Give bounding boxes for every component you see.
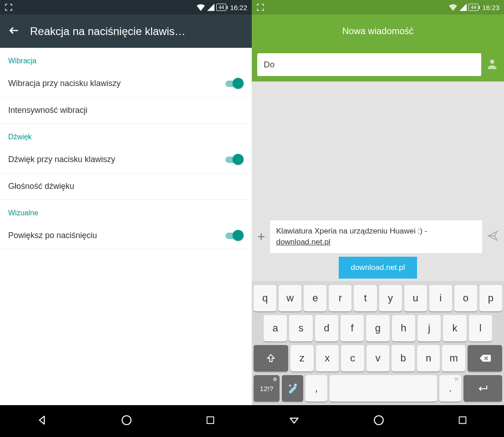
key-z[interactable]: z [290, 345, 314, 371]
key-s[interactable]: s [289, 315, 312, 341]
key-j[interactable]: j [417, 315, 441, 341]
setting-sound-toggle[interactable]: Dźwięk przy nacisku klawiszy [0, 146, 252, 173]
fullscreen-icon [5, 3, 13, 11]
setting-label: Głośność dźwięku [8, 182, 74, 191]
key-l[interactable]: l [469, 315, 492, 341]
section-header-visual: Wizualne [0, 200, 252, 222]
key-period[interactable]: . ?! [439, 375, 461, 401]
setting-sound-volume[interactable]: Głośność dźwięku [0, 173, 252, 200]
key-magic[interactable] [282, 375, 303, 401]
recipient-input[interactable]: Do [257, 53, 481, 76]
key-h[interactable]: h [392, 315, 415, 341]
key-comma[interactable]: , [305, 375, 327, 401]
key-n[interactable]: n [417, 345, 440, 371]
suggestion-bar: download.net.pl [252, 257, 504, 281]
key-d[interactable]: d [315, 315, 338, 341]
wifi-icon [196, 4, 205, 11]
message-area: + Klawiatura Xperia na urządzeniu Huawei… [252, 81, 504, 405]
keyboard: q w e r t y u i o p a s d f g h j k l [252, 281, 504, 405]
key-shift[interactable] [254, 345, 288, 371]
battery-icon: 44 [468, 4, 479, 11]
toggle-switch[interactable] [224, 154, 244, 165]
key-w[interactable]: w [279, 285, 301, 311]
nav-back-icon[interactable] [288, 414, 300, 428]
key-q[interactable]: q [254, 285, 276, 311]
statusbar-right: 44 16:23 [252, 0, 504, 15]
kb-row-3: z x c v b n m [254, 345, 502, 371]
toggle-switch[interactable] [224, 230, 244, 241]
wifi-icon [448, 4, 458, 11]
key-o[interactable]: o [454, 285, 477, 311]
settings-list: Wibracja Wibracja przy nacisku klawiszy … [0, 48, 252, 405]
key-i[interactable]: i [429, 285, 452, 311]
status-time: 16:22 [230, 4, 247, 11]
svg-rect-1 [207, 417, 214, 424]
setting-visual-enlarge[interactable]: Powiększ po naciśnięciu [0, 222, 252, 249]
key-space[interactable] [330, 375, 438, 401]
key-g[interactable]: g [366, 315, 389, 341]
gear-icon: ⚙ [273, 376, 277, 382]
svg-point-0 [122, 416, 132, 425]
key-f[interactable]: f [341, 315, 364, 341]
key-y[interactable]: y [379, 285, 402, 311]
kb-row-1: q w e r t y u i o p [254, 285, 502, 311]
nav-recent-icon[interactable] [458, 415, 468, 427]
key-period-alt: ?! [454, 377, 458, 382]
kb-row-2: a s d f g h j k l [254, 315, 502, 341]
contact-icon[interactable] [486, 57, 499, 72]
key-p[interactable]: p [479, 285, 502, 311]
nav-recent-icon[interactable] [205, 415, 215, 427]
page-title: Reakcja na naciśnięcie klawis… [30, 25, 185, 38]
battery-icon: 44 [216, 4, 226, 11]
setting-label: Wibracja przy nacisku klawiszy [8, 79, 121, 88]
key-backspace[interactable] [468, 345, 502, 371]
appbar: Nowa wiadomość [252, 15, 504, 48]
send-icon[interactable] [487, 230, 499, 244]
key-enter[interactable] [463, 375, 502, 401]
fullscreen-icon [256, 3, 265, 11]
signal-icon [459, 4, 467, 11]
statusbar-left: 44 16:22 [0, 0, 252, 15]
key-t[interactable]: t [354, 285, 377, 311]
section-header-sound: Dźwięk [0, 124, 252, 146]
key-m[interactable]: m [442, 345, 465, 371]
kb-row-4: 12!? ⚙ , . ?! [254, 375, 502, 401]
page-title: Nowa wiadomość [342, 26, 414, 36]
key-k[interactable]: k [443, 315, 466, 341]
nav-home-icon[interactable] [373, 414, 385, 428]
key-v[interactable]: v [367, 345, 390, 371]
battery-level: 44 [219, 5, 224, 10]
android-navbar [0, 405, 252, 437]
compose-text: Klawiatura Xperia na urządzeniu Huawei :… [276, 227, 428, 235]
section-header-vibration: Wibracja [0, 48, 252, 70]
nav-back-icon[interactable] [36, 414, 48, 428]
key-symbols[interactable]: 12!? ⚙ [254, 375, 280, 401]
svg-point-3 [374, 416, 383, 425]
key-u[interactable]: u [404, 285, 427, 311]
key-b[interactable]: b [392, 345, 415, 371]
key-c[interactable]: c [341, 345, 364, 371]
android-navbar [252, 405, 504, 437]
recipient-row: Do [252, 48, 504, 81]
svg-rect-4 [459, 417, 466, 424]
toggle-switch[interactable] [224, 78, 244, 89]
setting-label: Powiększ po naciśnięciu [8, 231, 97, 240]
key-a[interactable]: a [264, 315, 287, 341]
setting-vibration-toggle[interactable]: Wibracja przy nacisku klawiszy [0, 70, 252, 97]
compose-row: + Klawiatura Xperia na urządzeniu Huawei… [252, 217, 504, 257]
setting-label: Intensywność wibracji [8, 106, 87, 115]
key-r[interactable]: r [329, 285, 351, 311]
suggestion-chip[interactable]: download.net.pl [339, 257, 417, 279]
setting-label: Dźwięk przy nacisku klawiszy [8, 155, 115, 164]
key-e[interactable]: e [304, 285, 326, 311]
attach-icon[interactable]: + [257, 229, 265, 244]
battery-level: 44 [471, 5, 476, 10]
nav-home-icon[interactable] [121, 414, 132, 428]
svg-point-2 [490, 60, 494, 64]
setting-vibration-intensity[interactable]: Intensywność wibracji [0, 97, 252, 124]
compose-input[interactable]: Klawiatura Xperia na urządzeniu Huawei :… [270, 220, 482, 253]
status-time: 16:23 [482, 4, 499, 11]
back-icon[interactable] [8, 25, 20, 38]
key-x[interactable]: x [316, 345, 339, 371]
signal-icon [207, 4, 214, 11]
